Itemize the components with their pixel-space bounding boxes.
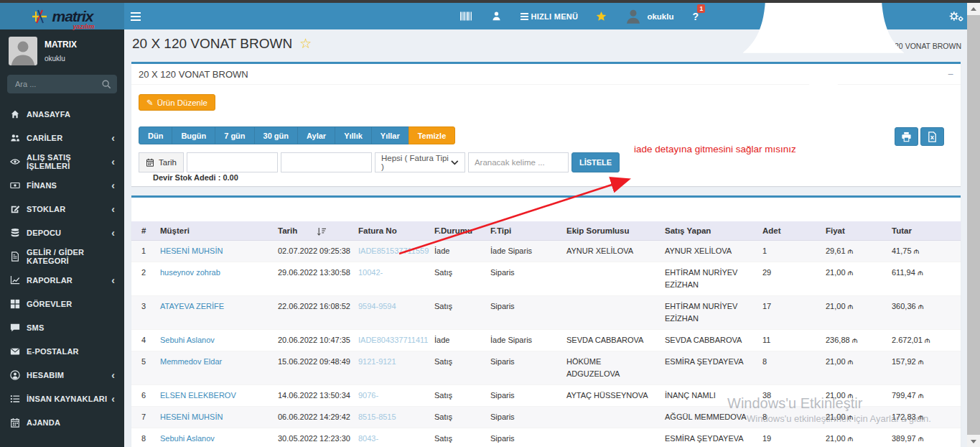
- sidebar-item-hesabim[interactable]: HESABIM‹: [0, 363, 124, 387]
- customer-link[interactable]: Sebuhi Aslanov: [160, 336, 215, 344]
- column-header-[interactable]: #: [131, 221, 150, 241]
- sidebar-item-label: İNSAN KAYNAKLARI: [27, 395, 107, 403]
- filter-button-y-ll-k[interactable]: Yıllık: [335, 126, 372, 144]
- filter-button-aylar[interactable]: Aylar: [297, 126, 335, 144]
- sidebar-item-g-revler[interactable]: GÖREVLER: [0, 292, 124, 315]
- invoice-link[interactable]: 9594-9594: [358, 302, 396, 310]
- sidebar-item-label: E-POSTALAR: [27, 347, 79, 356]
- list-button[interactable]: LİSTELE: [571, 152, 620, 172]
- column-header-sat-yapan[interactable]: Satış Yapan: [655, 221, 752, 241]
- print-button[interactable]: [895, 127, 918, 146]
- excel-export-button[interactable]: [920, 127, 944, 146]
- sidebar-item-geli-r-gi-der-kategori[interactable]: GELİR / GİDER KATEGORİ: [0, 244, 124, 268]
- chevron-down-icon: [451, 160, 459, 165]
- invoice-link[interactable]: 9121-9121: [358, 357, 396, 366]
- logo[interactable]: matrix yazılım: [0, 3, 124, 29]
- column-header-ekip-sorumlusu[interactable]: Ekip Sorumlusu: [556, 221, 655, 241]
- column-header-tarih[interactable]: Tarih: [268, 221, 348, 241]
- column-header-f-durumu[interactable]: F.Durumu: [424, 221, 480, 241]
- customer-link[interactable]: huseynov zohrab: [160, 268, 220, 277]
- cell-fiyat: 21,00 ₼: [816, 296, 882, 330]
- sidebar-item-sms[interactable]: SMS: [0, 315, 124, 339]
- collapse-minus-icon[interactable]: −: [948, 64, 953, 85]
- sidebar-item-anasayfa[interactable]: ANASAYFA: [0, 102, 124, 126]
- cell-f-durumu: Satış: [424, 351, 480, 385]
- sidebar-item-raporlar[interactable]: RAPORLAR‹: [0, 268, 124, 292]
- customer-link[interactable]: ATAYEVA ZERİFE: [160, 302, 224, 310]
- cell-f-tipi: Siparis: [480, 385, 556, 407]
- home-icon: [10, 109, 20, 119]
- column-header-adet[interactable]: Adet: [752, 221, 816, 241]
- sidebar-item-cari-ler[interactable]: CARİLER‹: [0, 126, 124, 149]
- filter-button-30-g-n[interactable]: 30 gün: [254, 126, 298, 144]
- filter-button-d-n[interactable]: Dün: [139, 126, 172, 144]
- sidebar-item-depocu[interactable]: DEPOCU‹: [0, 221, 124, 244]
- excel-file-icon: [927, 132, 938, 142]
- notifications-button[interactable]: 28: [716, 0, 931, 124]
- cell-satis-yapan: SEVDA CABBAROVA: [655, 330, 752, 351]
- customer-link[interactable]: Memmedov Eldar: [160, 357, 222, 366]
- sidebar-item-stoklar[interactable]: STOKLAR‹: [0, 197, 124, 221]
- column-header-f-tipi[interactable]: F.Tipi: [480, 221, 556, 241]
- sidebar-item-ali-sati-i-lemleri[interactable]: ALIŞ SATIŞ İŞLEMLERİ‹: [0, 149, 124, 173]
- filter-button-bug-n[interactable]: Bugün: [172, 126, 215, 144]
- cell-fiyat: 21,00 ₼: [816, 385, 882, 407]
- search-icon[interactable]: [101, 79, 111, 89]
- settings-gears-icon[interactable]: [948, 10, 964, 22]
- cell-adet: 29: [752, 262, 816, 296]
- invoice-link[interactable]: IADE851537711559: [358, 246, 429, 255]
- sort-descending-icon[interactable]: [316, 227, 327, 236]
- username-label[interactable]: okuklu: [647, 12, 673, 21]
- filter-button-y-llar[interactable]: Yıllar: [371, 126, 409, 144]
- column-header-fiyat[interactable]: Fiyat: [816, 221, 882, 241]
- customer-link[interactable]: HESENİ MUHSİN: [160, 413, 223, 421]
- invoice-type-select[interactable]: Hepsi ( Fatura Tipi ): [375, 152, 465, 172]
- column-header-fatura-no[interactable]: Fatura No: [348, 221, 424, 241]
- customer-link[interactable]: HESENİ MUHSİN: [160, 246, 223, 255]
- comment-icon: [10, 323, 20, 333]
- user-icon[interactable]: [491, 11, 502, 22]
- sidebar-item-label: GELİR / GİDER KATEGORİ: [27, 248, 115, 265]
- scroll-up-arrow-icon[interactable]: [967, 3, 980, 14]
- filter-button-7-g-n[interactable]: 7 gün: [215, 126, 254, 144]
- user-avatar[interactable]: [625, 8, 642, 25]
- column-header-m-teri[interactable]: Müşteri: [150, 221, 268, 241]
- scroll-down-arrow-icon[interactable]: [967, 436, 980, 447]
- sidebar-menu: ANASAYFACARİLER‹ALIŞ SATIŞ İŞLEMLERİ‹FİN…: [0, 102, 124, 434]
- edit-product-button[interactable]: ✎ Ürün Düzenle: [139, 94, 215, 111]
- invoice-link[interactable]: 10042-: [358, 268, 383, 277]
- sidebar-item-label: GÖREVLER: [27, 300, 72, 308]
- sidebar-toggle-icon[interactable]: [131, 9, 145, 24]
- sidebar-item-e-postalar[interactable]: E-POSTALAR: [0, 339, 124, 363]
- column-header-tutar[interactable]: Tutar: [882, 221, 961, 241]
- quick-menu-button[interactable]: HIZLI MENÜ: [521, 12, 578, 21]
- scrollbar-thumb[interactable]: [967, 15, 980, 435]
- invoice-link[interactable]: IADE804337711411: [358, 336, 428, 344]
- date-to-input[interactable]: [281, 152, 372, 172]
- sidebar-item-i-nsan-kaynaklari[interactable]: İNSAN KAYNAKLARI‹: [0, 387, 124, 410]
- cell-f-tipi: Siparis: [480, 407, 556, 428]
- bars-icon: [521, 13, 528, 20]
- keyword-search-input[interactable]: [468, 152, 569, 172]
- cell-fiyat: 21,00 ₼: [816, 428, 882, 447]
- sidebar-item-ajanda[interactable]: AJANDA: [0, 410, 124, 434]
- cell-fiyat: 29,61 ₼: [816, 241, 882, 262]
- favorites-star-icon[interactable]: [595, 11, 607, 22]
- vertical-scrollbar[interactable]: [967, 3, 980, 447]
- sales-table: #MüşteriTarihFatura NoF.DurumuF.TipiEkip…: [131, 221, 961, 447]
- chevron-left-icon: ‹: [111, 157, 115, 167]
- barcode-icon[interactable]: [459, 11, 472, 22]
- cell-musteri: HESENİ MUHSİN: [150, 407, 268, 428]
- favorite-star-icon[interactable]: ☆: [299, 36, 312, 51]
- date-from-input[interactable]: [187, 152, 278, 172]
- cell-tutar: 799,47 ₼: [882, 385, 961, 407]
- help-button[interactable]: ? 1: [692, 10, 699, 23]
- invoice-link[interactable]: 8515-8515: [358, 413, 396, 421]
- customer-link[interactable]: ELSEN ELEKBEROV: [160, 391, 236, 400]
- cell-ekip-sorumlusu: SEVDA CABBAROVA: [556, 330, 655, 351]
- invoice-link[interactable]: 9076-: [358, 391, 378, 400]
- customer-link[interactable]: Sebuhi Aslanov: [160, 434, 215, 443]
- invoice-link[interactable]: 8043-: [358, 434, 378, 443]
- sidebar-item-fi-nans[interactable]: FİNANS‹: [0, 173, 124, 197]
- clear-filter-button[interactable]: Temizle: [409, 126, 456, 144]
